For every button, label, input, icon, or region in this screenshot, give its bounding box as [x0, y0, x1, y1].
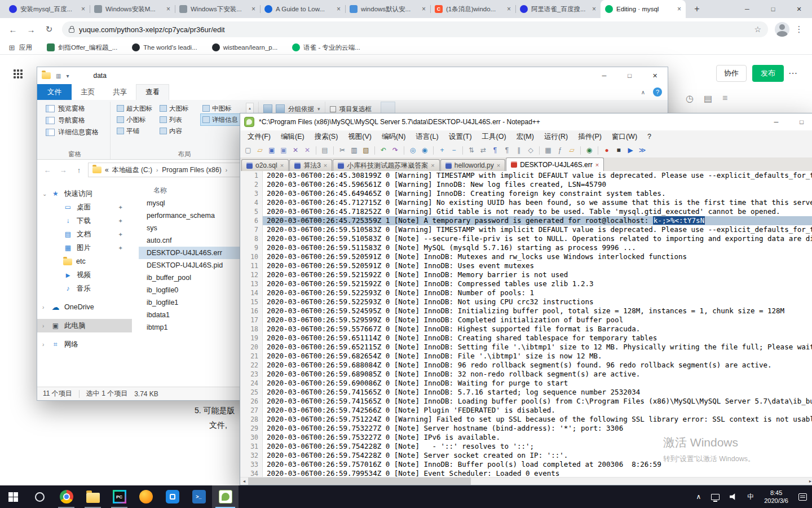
tab-close-icon[interactable]: ×	[507, 5, 511, 13]
blue-app-taskbar-button[interactable]	[159, 485, 186, 508]
tab-close-icon[interactable]: ×	[497, 162, 500, 169]
browser-tab[interactable]: 安装mysql_百度... ×	[5, 0, 90, 18]
bookmark-star-icon[interactable]: ☆	[754, 25, 761, 34]
play-macro-icon[interactable]: ▶	[625, 145, 636, 155]
ribbon-tab-share[interactable]: 共享	[104, 84, 136, 100]
sidebar-item-etc[interactable]: etc ✦	[37, 255, 132, 268]
quick-access-toolbar-icon[interactable]: ▥	[56, 73, 61, 79]
expander-icon[interactable]: ⌄	[42, 191, 48, 197]
editor-tab[interactable]: o2o.sql ×	[241, 159, 289, 171]
sidebar-item-quick-access[interactable]: ⌄ 快速访问 ✦	[37, 187, 132, 200]
minimize-button[interactable]: ─	[734, 0, 760, 18]
item-checkbox[interactable]	[330, 106, 336, 112]
menu-item[interactable]: 搜索(S)	[310, 132, 343, 142]
browser-tab[interactable]: Windows下安装... ×	[175, 0, 260, 18]
menu-item[interactable]: 文件(F)	[242, 132, 276, 142]
browser-tab[interactable]: Windows安装M... ×	[90, 0, 175, 18]
reload-button[interactable]: ↻	[41, 21, 58, 38]
replace-icon[interactable]: ◉	[420, 145, 430, 155]
maximize-button[interactable]: □	[760, 0, 786, 18]
editor-tab[interactable]: 小库科技测试题苏琳崴答案 ×	[333, 159, 439, 171]
notepad-plus-plus-taskbar-button[interactable]	[212, 485, 239, 508]
pane-toggle-button[interactable]: 预览窗格	[44, 103, 105, 115]
browser-tab[interactable]: windows默认安... ×	[345, 0, 430, 18]
copy-icon[interactable]: ▥	[349, 145, 359, 155]
sort-icon[interactable]	[263, 104, 272, 113]
sync-vertical-icon[interactable]: ⇅	[466, 145, 476, 155]
word-wrap-icon[interactable]: ¶	[490, 145, 500, 155]
tab-close-icon[interactable]: ×	[81, 5, 85, 13]
browser-menu-icon[interactable]: ⋮	[791, 21, 807, 38]
powershell-taskbar-button[interactable]: >_	[186, 485, 212, 508]
user-language-icon[interactable]: ◇	[526, 145, 536, 155]
search-button[interactable]	[27, 485, 53, 508]
bookmark-item[interactable]: wistbean/learn_p...	[212, 43, 278, 51]
clock[interactable]: 8:45 2020/3/6	[759, 485, 793, 508]
new-tab-button[interactable]: +	[689, 1, 705, 17]
tab-close-icon[interactable]: ×	[280, 162, 284, 169]
explorer-taskbar-button[interactable]	[80, 485, 106, 508]
publish-button[interactable]: 发布	[752, 65, 784, 82]
action-center-icon[interactable]	[793, 485, 812, 508]
comment-icon[interactable]: ▤	[704, 93, 712, 104]
tab-close-icon[interactable]: ×	[422, 5, 426, 13]
tab-close-icon[interactable]: ×	[595, 161, 599, 168]
collaborate-button[interactable]: 协作	[716, 65, 747, 82]
save-icon[interactable]: ▣	[267, 145, 277, 155]
layout-option[interactable]: 超大图标	[115, 103, 158, 114]
tab-close-icon[interactable]: ×	[251, 5, 255, 13]
editor-tab[interactable]: DESKTOP-U4JL46S.err ×	[506, 157, 604, 171]
expander-icon[interactable]: ›	[42, 304, 48, 310]
qat-customize-caret-icon[interactable]: ▾	[66, 73, 69, 79]
ribbon-tab-file[interactable]: 文件	[37, 84, 72, 100]
zoom-out-icon[interactable]: −	[449, 145, 459, 155]
forward-button[interactable]: →	[56, 163, 70, 177]
menu-item[interactable]: 视图(V)	[343, 132, 377, 142]
sidebar-item-documents[interactable]: 文档 ✦	[37, 227, 132, 241]
expander-icon[interactable]: ›	[42, 323, 48, 329]
menu-item[interactable]: 编码(N)	[377, 132, 411, 142]
redo-icon[interactable]: ↷	[390, 145, 400, 155]
close-button[interactable]: ✕	[786, 0, 812, 18]
history-icon[interactable]: ◷	[686, 93, 694, 104]
browser-tab[interactable]: 阿里语雀_百度搜... ×	[515, 0, 601, 18]
browser-tab[interactable]: A Guide to Low... ×	[260, 0, 345, 18]
volume-icon[interactable]	[725, 485, 742, 508]
back-button[interactable]: ←	[5, 21, 21, 38]
layout-option[interactable]: 列表	[158, 114, 201, 125]
item-checkbox-label[interactable]: 项目复选框	[339, 105, 372, 113]
editor-tab[interactable]: helloworld.py ×	[440, 159, 505, 171]
show-all-chars-icon[interactable]: ¶	[502, 145, 512, 155]
address-bar[interactable]: yuque.com/python3-xelpz/cp7yca/pr36ur/ed…	[62, 21, 768, 37]
group-icon[interactable]	[276, 104, 285, 113]
explorer-title-bar[interactable]: ▥ ▾ data ─ □ ✕	[37, 67, 668, 84]
sidebar-item-videos[interactable]: 视频 ✦	[37, 268, 132, 282]
network-icon[interactable]	[706, 485, 725, 508]
url-text[interactable]: yuque.com/python3-xelpz/cp7yca/pr36ur/ed…	[79, 25, 225, 34]
menu-item[interactable]: 工具(O)	[477, 132, 511, 142]
bookmark-item[interactable]: 语雀 - 专业的云端...	[292, 43, 360, 52]
browser-tab[interactable]: Editing · mysql ×	[601, 0, 686, 18]
zoom-in-icon[interactable]: +	[437, 145, 447, 155]
sidebar-item-desktop[interactable]: 桌面 ✦	[37, 200, 132, 214]
layout-option[interactable]: 中图标	[201, 103, 244, 114]
record-macro-icon[interactable]: ●	[602, 145, 612, 155]
start-button[interactable]	[0, 485, 27, 508]
notepad-title-bar[interactable]: *C:\Program Files (x86)\MySQL\MySQL Serv…	[240, 113, 812, 130]
orange-app-taskbar-button[interactable]	[133, 485, 159, 508]
ime-indicator[interactable]: 中	[742, 485, 759, 508]
forward-button[interactable]: →	[23, 21, 39, 38]
sidebar-item-downloads[interactable]: 下载 ✦	[37, 214, 132, 227]
minimize-button[interactable]: ─	[764, 113, 789, 130]
sync-horizontal-icon[interactable]: ⇄	[478, 145, 488, 155]
sidebar-item-this-pc[interactable]: › 此电脑 ✦	[37, 319, 132, 332]
function-list-icon[interactable]: ƒ	[555, 145, 565, 155]
scroll-left-icon[interactable]: ◄	[240, 478, 248, 485]
breadcrumb-segment[interactable]: Program Files (x86) ›	[162, 165, 231, 175]
save-all-icon[interactable]: ▣	[279, 145, 289, 155]
bookmark-item[interactable]: ⊞ 应用	[8, 43, 32, 52]
pycharm-taskbar-button[interactable]: PC	[106, 485, 133, 508]
layout-option[interactable]: 详细信息	[201, 114, 244, 125]
tray-expand-icon[interactable]: ∧	[691, 485, 706, 508]
horizontal-scrollbar[interactable]: ◄ ►	[240, 477, 812, 485]
